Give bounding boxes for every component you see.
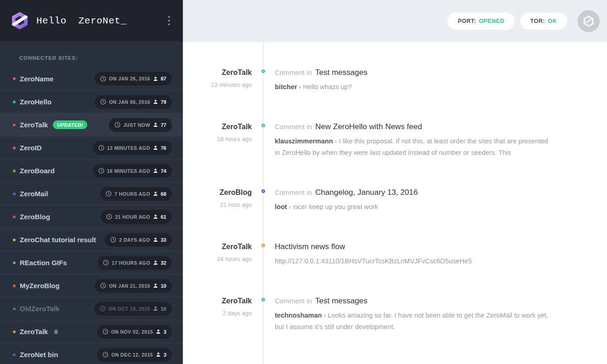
- site-name: ZeroID: [20, 144, 42, 152]
- clock-icon: [100, 306, 106, 312]
- sidebar-site-row[interactable]: OldZeroTalk ON OCT 19, 2015 10: [0, 297, 183, 320]
- feed-title-prefix: Comment in: [275, 188, 314, 196]
- topbar: PORT: OPENED TOR: OK: [183, 0, 607, 42]
- feed-body-text: Hello whazs up?: [303, 83, 352, 91]
- site-peer-count: 3: [164, 329, 166, 335]
- feed-item-title[interactable]: Comment in Test messages: [275, 68, 552, 77]
- feed-item-title[interactable]: Comment in Changelog, January 13, 2016: [275, 188, 552, 197]
- feed-site-name[interactable]: ZeroTalk: [183, 297, 252, 305]
- feed-item-content: Comment in Test messages bitcher › Hello…: [275, 68, 552, 93]
- site-status-dot: [13, 216, 16, 218]
- feed-site-name[interactable]: ZeroBlog: [183, 188, 252, 197]
- sidebar-site-row[interactable]: MyZeroBlog ON JAN 21, 2016 10: [0, 274, 183, 297]
- feed-site-name[interactable]: ZeroTalk: [183, 68, 252, 77]
- port-status-badge[interactable]: PORT: OPENED: [448, 12, 515, 30]
- feed-body-text: http://127.0.0.1:43110/1BHsVTucrTcsKBzLn…: [275, 257, 472, 265]
- user-avatar[interactable]: [578, 10, 600, 32]
- feed-item: ZeroTalk 18 hours ago Comment in New Zer…: [183, 122, 607, 159]
- site-meta-pill: 16 MINUTES AGO 74: [93, 164, 172, 178]
- site-last-update: 21 HOUR AGO: [115, 214, 150, 220]
- tor-status-badge[interactable]: TOR: OK: [520, 12, 567, 30]
- site-status-dot: [13, 101, 16, 103]
- sidebar-site-row[interactable]: ZeroName ON JAN 26, 2016 87: [0, 67, 183, 90]
- site-meta-pill: 7 HOURS AGO 68: [100, 187, 172, 201]
- clock-icon: [100, 283, 106, 289]
- feed-body-username: bitcher: [275, 83, 297, 91]
- news-feed-panel: ZeroTalk 13 minutes ago Comment in Test …: [183, 42, 607, 364]
- feed-item: ZeroTalk 24 hours ago Hactivism news flo…: [183, 242, 607, 267]
- feed-item: ZeroTalk 13 minutes ago Comment in Test …: [183, 68, 607, 93]
- connected-sites-heading: CONNECTED SITES:: [0, 41, 183, 67]
- peers-icon: [153, 260, 158, 265]
- feed-item-body: technoshaman › Looks amazing so far. I h…: [275, 310, 552, 333]
- feed-body-separator: ›: [287, 203, 293, 210]
- feed-body-username: technoshaman: [275, 312, 322, 319]
- site-name: ZeroHello: [20, 98, 51, 106]
- sidebar-site-row[interactable]: ZeroTalk ON NOV 02, 2015 3: [0, 320, 183, 343]
- site-peer-count: 87: [161, 76, 166, 81]
- peers-icon: [153, 214, 158, 219]
- bell-icon: [53, 329, 59, 335]
- sidebar-site-row[interactable]: ZeroBlog 21 HOUR AGO 61: [0, 205, 183, 228]
- site-meta-pill: ON NOV 02, 2015 3: [97, 325, 172, 339]
- clock-icon: [98, 145, 104, 151]
- feed-item: ZeroTalk 2 days ago Comment in Test mess…: [183, 296, 607, 333]
- feed-item-body: klauszimmermann › I like this proposal. …: [275, 136, 552, 159]
- sidebar-site-row[interactable]: ZeroChat tutorial result 2 DAYS AGO 33: [0, 228, 183, 251]
- site-status-dot: [13, 330, 16, 333]
- feed-item-content: Comment in Changelog, January 13, 2016 l…: [275, 188, 552, 213]
- sidebar-site-row[interactable]: ZeroMail 7 HOURS AGO 68: [0, 182, 183, 205]
- site-name: ZeroNet bin: [20, 351, 58, 358]
- feed-item-meta: ZeroTalk 2 days ago: [183, 296, 252, 333]
- sidebar-site-row[interactable]: ZeroBoard 16 MINUTES AGO 74: [0, 159, 183, 182]
- port-value: OPENED: [479, 18, 505, 24]
- site-peer-count: 33: [161, 237, 166, 243]
- feed-item-time: 2 days ago: [183, 310, 252, 317]
- sidebar-site-row[interactable]: ZeroID 13 MINUTES AGO 76: [0, 136, 183, 159]
- peers-icon: [153, 168, 158, 173]
- site-name: REaction GIFs: [20, 259, 67, 267]
- feed-item-title[interactable]: Comment in Test messages: [275, 296, 552, 306]
- peers-icon: [153, 145, 158, 150]
- site-name: ZeroMail: [20, 190, 48, 198]
- timeline-marker-icon: [261, 69, 265, 73]
- sidebar-site-row[interactable]: REaction GIFs 17 HOURS AGO 32: [0, 251, 183, 274]
- site-status-dot: [13, 193, 16, 195]
- site-status-dot: [13, 307, 16, 310]
- site-name: OldZeroTalk: [20, 305, 59, 313]
- feed-item-title[interactable]: Hactivism news flow: [275, 242, 552, 251]
- clock-icon: [102, 329, 108, 335]
- sidebar-site-row[interactable]: ZeroTalk UPDATED! JUST NOW 77: [0, 113, 183, 136]
- feed-item-time: 18 hours ago: [183, 136, 252, 142]
- main-area: PORT: OPENED TOR: OK ZeroTalk 13 minutes…: [183, 0, 607, 364]
- updated-badge: UPDATED!: [53, 120, 87, 129]
- tor-value: OK: [548, 18, 557, 24]
- peers-icon: [153, 99, 158, 104]
- feed-title-prefix: Comment in: [275, 297, 314, 305]
- site-last-update: 2 DAYS AGO: [119, 237, 150, 243]
- feed-item-meta: ZeroTalk 24 hours ago: [183, 242, 252, 267]
- feed-item-content: Hactivism news flow http://127.0.0.1:431…: [275, 242, 552, 267]
- sidebar-site-row[interactable]: ZeroNet bin ON DEC 12, 2015 3: [0, 343, 183, 364]
- feed-item-title[interactable]: Comment in New ZeroHello with News feed: [275, 122, 552, 131]
- timeline-marker-icon: [261, 244, 265, 247]
- site-last-update: 7 HOURS AGO: [114, 191, 150, 197]
- timeline-marker-col: [252, 242, 275, 267]
- site-peer-count: 10: [161, 306, 166, 312]
- menu-icon[interactable]: [165, 12, 174, 29]
- peers-icon: [153, 237, 158, 242]
- site-peer-count: 32: [161, 260, 166, 266]
- site-status-dot: [13, 284, 16, 287]
- tor-label: TOR:: [530, 18, 545, 24]
- site-peer-count: 79: [161, 99, 166, 105]
- sidebar-site-row[interactable]: ZeroHello ON JAN 06, 2016 79: [0, 90, 183, 113]
- feed-body-separator: ›: [322, 312, 328, 319]
- site-status-dot: [13, 147, 16, 149]
- clock-icon: [100, 76, 106, 82]
- site-peer-count: 3: [164, 352, 166, 358]
- site-peer-count: 76: [161, 145, 166, 151]
- feed-site-name[interactable]: ZeroTalk: [183, 123, 252, 131]
- feed-site-name[interactable]: ZeroTalk: [183, 243, 252, 251]
- peers-icon: [153, 191, 158, 196]
- site-last-update: ON JAN 26, 2016: [109, 76, 150, 81]
